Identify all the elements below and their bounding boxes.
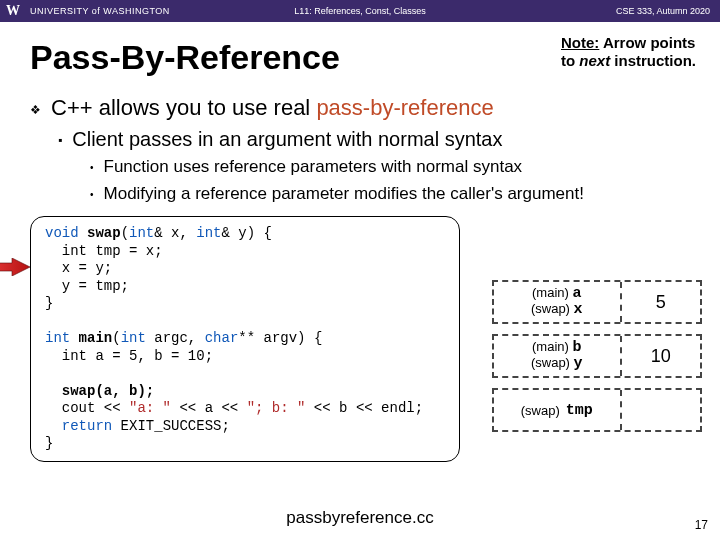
dot-icon: • [90,189,94,204]
diamond-icon: ❖ [30,103,41,121]
memory-table: (main) a (swap) x 5 (main) b (swap) y 10… [492,280,702,442]
university-name: UNIVERSITY of WASHINGTON [30,6,170,16]
mem-value [622,390,700,430]
mem-label: (swap) tmp [494,390,622,430]
header-bar: W UNIVERSITY of WASHINGTON L11: Referenc… [0,0,720,22]
mem-label: (main) a (swap) x [494,282,622,322]
uw-logo: W [0,0,26,22]
bullet-level3: • Modifying a reference parameter modifi… [90,184,690,204]
bullet-level1: ❖ C++ allows you to use real pass-by-ref… [30,95,690,121]
mem-label: (main) b (swap) y [494,336,622,376]
dot-icon: • [90,162,94,177]
mem-value: 10 [622,336,700,376]
table-row: (main) a (swap) x 5 [492,280,702,324]
course-term: CSE 333, Autumn 2020 [616,6,710,16]
filename-label: passbyreference.cc [286,508,433,528]
svg-marker-0 [0,258,30,276]
note-box: Note: Arrow points to next instruction. [561,34,696,70]
lecture-title: L11: References, Const, Classes [294,6,426,16]
code-block: void swap(int& x, int& y) { int tmp = x;… [30,216,460,462]
content-area: ❖ C++ allows you to use real pass-by-ref… [30,95,690,204]
table-row: (main) b (swap) y 10 [492,334,702,378]
table-row: (swap) tmp [492,388,702,432]
bullet-level3: • Function uses reference parameters wit… [90,157,690,177]
instruction-arrow-icon [0,258,30,276]
square-icon: ▪ [58,133,62,151]
bullet-level2: ▪ Client passes in an argument with norm… [58,127,690,151]
note-underline: Note: [561,34,599,51]
mem-value: 5 [622,282,700,322]
page-number: 17 [695,518,708,532]
